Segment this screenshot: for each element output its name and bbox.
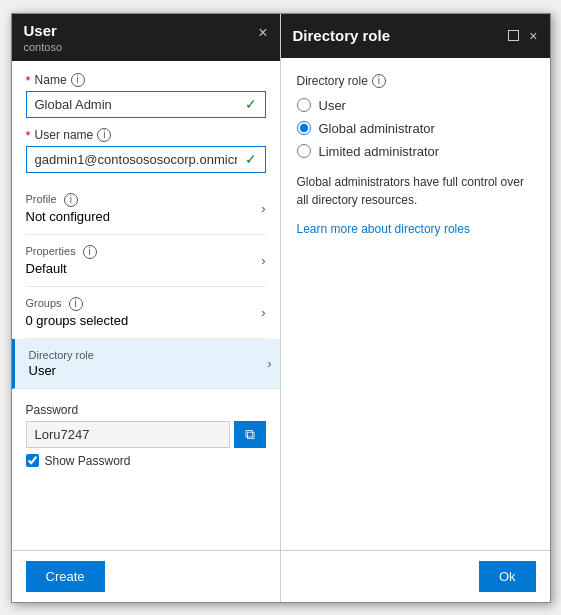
learn-more-link[interactable]: Learn more about directory roles [297,222,470,236]
show-password-checkbox[interactable] [26,454,39,467]
groups-nav-text: Groups i 0 groups selected [26,297,129,328]
username-input[interactable] [35,152,237,167]
right-close-icon[interactable]: × [529,28,537,44]
ok-button[interactable]: Ok [479,561,536,592]
left-panel-footer: Create [12,550,280,602]
radio-user[interactable] [297,98,311,112]
radio-limited-admin[interactable] [297,144,311,158]
groups-info-icon[interactable]: i [69,297,83,311]
directory-role-nav-label: Directory role [29,349,94,361]
left-close-icon[interactable]: × [258,24,267,42]
copy-icon: ⧉ [245,426,255,443]
name-field-label: * Name i [26,73,266,88]
password-input-row: ⧉ [26,421,266,448]
directory-role-chevron-icon: › [267,356,271,371]
left-panel-content: * Name i ✓ * User name i ✓ [12,61,280,550]
directory-role-nav-value: User [29,363,94,378]
directory-role-description: Global administrators have full control … [297,173,534,209]
copy-password-button[interactable]: ⧉ [234,421,266,448]
properties-chevron-icon: › [261,253,265,268]
username-label-text: User name [35,128,94,142]
radio-limited-admin-label[interactable]: Limited administrator [319,144,440,159]
show-password-label[interactable]: Show Password [45,454,131,468]
name-field-group: * Name i ✓ [26,73,266,118]
properties-nav-text: Properties i Default [26,245,97,276]
groups-nav-item[interactable]: Groups i 0 groups selected › [26,287,266,339]
name-info-icon[interactable]: i [71,73,85,87]
name-input-wrapper: ✓ [26,91,266,118]
create-button[interactable]: Create [26,561,105,592]
right-panel-title: Directory role [293,27,391,44]
radio-global-admin[interactable] [297,121,311,135]
left-panel-title-block: User contoso [24,22,63,53]
directory-role-nav-item[interactable]: Directory role User › [12,339,280,389]
left-panel: User contoso × * Name i ✓ [12,14,281,602]
left-panel-subtitle: contoso [24,41,63,53]
show-password-row: Show Password [26,454,266,468]
password-section: Password ⧉ Show Password [26,403,266,468]
password-input[interactable] [26,421,230,448]
right-panel: Directory role × Directory role i User [281,14,550,602]
radio-item-limited-admin: Limited administrator [297,144,534,159]
dialog-container: User contoso × * Name i ✓ [11,13,551,603]
name-required-marker: * [26,73,31,88]
profile-nav-item[interactable]: Profile i Not configured › [26,183,266,235]
name-label-text: Name [35,73,67,87]
directory-role-section-title: Directory role i [297,74,534,88]
radio-item-user: User [297,98,534,113]
right-panel-header: Directory role × [281,14,550,58]
username-required-marker: * [26,128,31,143]
username-field-group: * User name i ✓ [26,128,266,173]
groups-chevron-icon: › [261,305,265,320]
properties-info-icon[interactable]: i [83,245,97,259]
password-label: Password [26,403,266,417]
directory-role-nav-text: Directory role User [29,349,94,378]
right-panel-content: Directory role i User Global administrat… [281,58,550,550]
left-panel-title: User [24,22,63,39]
maximize-icon[interactable] [508,28,519,44]
username-info-icon[interactable]: i [97,128,111,142]
properties-nav-value: Default [26,261,97,276]
radio-user-label[interactable]: User [319,98,346,113]
groups-nav-value: 0 groups selected [26,313,129,328]
right-panel-footer: Ok [281,550,550,602]
profile-nav-label: Profile i [26,193,111,207]
profile-info-icon[interactable]: i [64,193,78,207]
name-input[interactable] [35,97,237,112]
username-checkmark-icon: ✓ [245,151,257,167]
username-field-label: * User name i [26,128,266,143]
username-input-wrapper: ✓ [26,146,266,173]
profile-chevron-icon: › [261,201,265,216]
radio-group: User Global administrator Limited admini… [297,98,534,159]
left-panel-header: User contoso × [12,14,280,61]
radio-item-global-admin: Global administrator [297,121,534,136]
maximize-square-icon [508,30,519,41]
properties-nav-item[interactable]: Properties i Default › [26,235,266,287]
right-header-icons: × [508,28,537,44]
groups-nav-label: Groups i [26,297,129,311]
radio-global-admin-label[interactable]: Global administrator [319,121,435,136]
profile-nav-value: Not configured [26,209,111,224]
profile-nav-text: Profile i Not configured [26,193,111,224]
directory-role-info-icon[interactable]: i [372,74,386,88]
properties-nav-label: Properties i [26,245,97,259]
name-checkmark-icon: ✓ [245,96,257,112]
